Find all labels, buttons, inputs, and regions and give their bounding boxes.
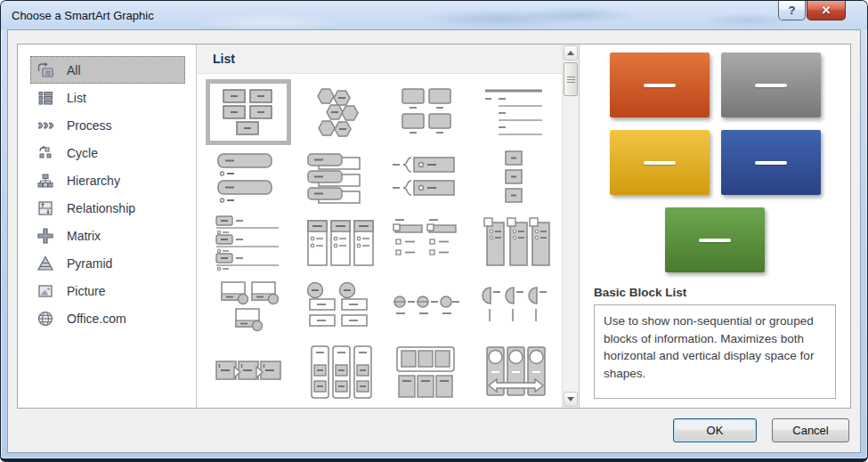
sidebar-item-relationship[interactable]: Relationship <box>30 194 185 222</box>
sidebar-item-label: Picture <box>67 284 106 298</box>
preview-block-gray <box>721 53 821 118</box>
caption-buttons: ? ✕ <box>778 1 846 20</box>
thumbnail-lined-list[interactable] <box>475 83 553 142</box>
thumbnail-bracket-list[interactable] <box>386 148 465 207</box>
matrix-icon <box>36 226 55 246</box>
sidebar-item-label: Matrix <box>67 229 101 243</box>
scroll-down-icon <box>567 397 574 401</box>
sidebar-item-label: Relationship <box>67 201 135 215</box>
scrollbar-track[interactable] <box>564 96 578 392</box>
gallery-scrollbar[interactable] <box>562 45 579 408</box>
ok-button[interactable]: OK <box>673 418 757 442</box>
thumbnail-horizontal-bullet-list[interactable] <box>209 213 288 272</box>
sidebar-item-label: Cycle <box>67 146 98 160</box>
picture-icon <box>36 281 55 301</box>
window-title: Choose a SmartArt Graphic <box>12 9 154 22</box>
preview-panel: Basic Block List Use to show non-sequent… <box>579 45 850 408</box>
thumbnail-circle-picture-list[interactable] <box>297 278 376 336</box>
sidebar-item-label: List <box>67 91 86 105</box>
scrollbar-thumb[interactable] <box>564 62 578 96</box>
smartart-dialog: Choose a SmartArt Graphic ? ✕ All <box>0 0 868 462</box>
sidebar-item-label: All <box>67 63 81 77</box>
cancel-button[interactable]: Cancel <box>772 418 849 442</box>
dialog-footer: OK Cancel <box>673 418 849 442</box>
gallery-section-title: List <box>213 52 235 66</box>
thumbnail-picture-caption-list[interactable] <box>386 83 465 142</box>
help-button[interactable]: ? <box>778 1 806 20</box>
thumbnail-stacked-list[interactable] <box>209 148 288 207</box>
relationship-icon <box>36 199 55 218</box>
sidebar-item-pyramid[interactable]: Pyramid <box>30 249 185 277</box>
thumbnail-table-block-list[interactable] <box>386 343 465 401</box>
preview-block-orange <box>610 53 710 118</box>
sidebar-item-all[interactable]: All <box>30 56 185 84</box>
title-bar[interactable]: Choose a SmartArt Graphic <box>1 1 867 29</box>
sidebar-item-list[interactable]: List <box>30 84 185 111</box>
preview-block-blue <box>721 130 821 195</box>
category-sidebar: All List Process <box>18 45 196 408</box>
close-icon: ✕ <box>822 4 831 17</box>
list-icon <box>36 88 55 108</box>
layout-description: Use to show non-sequential or grouped bl… <box>594 304 836 399</box>
block-dash <box>755 84 787 87</box>
thumbnail-vertical-panel-list[interactable] <box>297 343 376 401</box>
preview-block-green <box>665 207 765 272</box>
sidebar-item-label: Pyramid <box>67 256 112 271</box>
globe-icon <box>36 309 55 328</box>
scroll-up-button[interactable] <box>564 45 578 61</box>
sidebar-item-label: Office.com <box>67 312 126 326</box>
help-icon: ? <box>789 4 796 17</box>
all-icon <box>36 61 55 80</box>
thumbnail-alternating-hexagons[interactable] <box>297 83 376 142</box>
gallery-section-header: List <box>197 45 562 74</box>
thumbnail-filmstrip-list[interactable] <box>475 343 553 401</box>
sidebar-item-process[interactable]: Process <box>30 111 185 139</box>
preview-block-yellow <box>610 130 710 195</box>
thumbnail-tab-list[interactable] <box>297 148 376 207</box>
thumbnail-picture-accent-list[interactable] <box>209 278 288 336</box>
thumbnail-grid <box>197 74 562 408</box>
layout-gallery: List <box>196 45 579 408</box>
block-dash <box>755 161 787 165</box>
sidebar-item-label: Hierarchy <box>67 174 120 188</box>
thumbnail-vertical-box-list[interactable] <box>475 148 553 207</box>
pyramid-icon <box>36 254 55 273</box>
sidebar-item-office-com[interactable]: Office.com <box>30 304 185 332</box>
scroll-up-icon <box>567 51 574 55</box>
block-dash <box>699 239 731 242</box>
process-icon <box>36 116 55 135</box>
block-dash <box>644 161 676 165</box>
thumbnail-half-circle-list[interactable] <box>475 278 553 336</box>
thumbnail-grouped-list[interactable] <box>386 213 465 272</box>
thumbnail-basic-block-list[interactable] <box>206 79 291 145</box>
layout-preview <box>610 53 821 272</box>
dialog-client-area: All List Process <box>7 29 861 453</box>
thumbnail-arrow-block-list[interactable] <box>209 343 288 401</box>
close-button[interactable]: ✕ <box>807 1 846 20</box>
sidebar-item-hierarchy[interactable]: Hierarchy <box>30 166 185 194</box>
hierarchy-icon <box>36 171 55 190</box>
scroll-down-button[interactable] <box>564 392 578 407</box>
block-dash <box>644 84 676 87</box>
thumbnail-pinned-panel-list[interactable] <box>475 213 553 272</box>
thumbnail-column-list[interactable] <box>297 213 376 272</box>
dialog-content: All List Process <box>17 44 851 409</box>
sidebar-item-picture[interactable]: Picture <box>30 277 185 304</box>
layout-name: Basic Block List <box>594 286 836 299</box>
cycle-icon <box>36 143 55 163</box>
thumbnail-circle-bullet-list[interactable] <box>386 278 465 336</box>
sidebar-item-label: Process <box>67 118 112 133</box>
sidebar-item-matrix[interactable]: Matrix <box>30 222 185 249</box>
sidebar-item-cycle[interactable]: Cycle <box>30 139 185 166</box>
